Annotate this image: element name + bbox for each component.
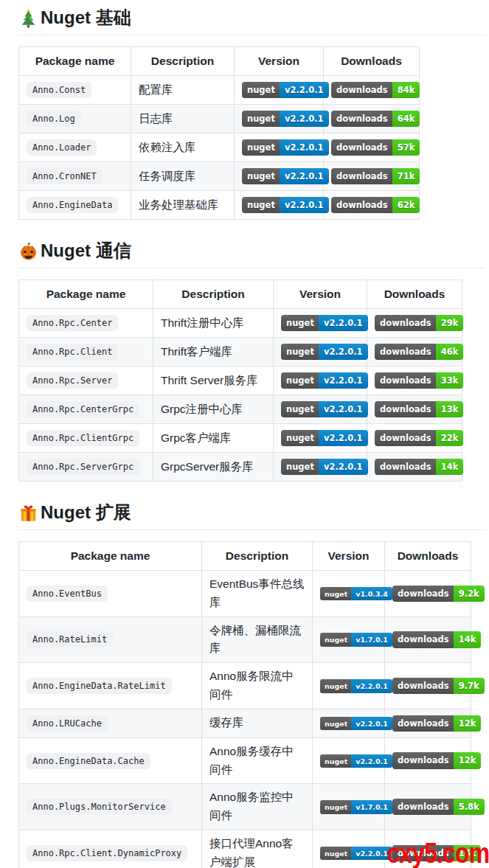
section-nuget-communication: Nuget 通信 Package name Description Versio…: [18, 239, 485, 482]
nuget-version-badge[interactable]: nugetv2.2.0.1: [281, 372, 368, 389]
nuget-version-badge[interactable]: nugetv2.2.0.1: [242, 197, 329, 214]
downloads-badge[interactable]: downloads5.8k: [392, 799, 485, 816]
downloads-badge[interactable]: downloads13k: [375, 401, 463, 418]
package-name-code: Anno.EngineData.RateLimit: [27, 678, 172, 694]
package-description-cell: Grpc注册中心库: [153, 395, 274, 424]
package-name-code: Anno.Rpc.ServerGrpc: [27, 459, 139, 475]
badge-label: nuget: [242, 111, 280, 128]
downloads-badge[interactable]: downloads9.7k: [392, 678, 485, 695]
downloads-badge[interactable]: downloads14k: [392, 631, 481, 648]
downloads-badge[interactable]: downloads14k: [375, 459, 463, 476]
package-description-cell: 业务处理基础库: [131, 191, 235, 220]
nuget-version-badge[interactable]: nugetv1.7.0.1: [320, 800, 392, 814]
column-header-version: Version: [313, 542, 385, 571]
badge-value: 33k: [436, 372, 464, 389]
column-header-downloads: Downloads: [324, 47, 420, 76]
downloads-badge[interactable]: downloads29k: [375, 315, 463, 332]
downloads-cell: downloads9.7k: [385, 663, 471, 709]
downloads-cell: downloads14k: [367, 453, 462, 482]
downloads-badge[interactable]: downloads64k: [331, 111, 420, 128]
package-name-cell: Anno.Log: [19, 105, 131, 133]
nuget-version-badge[interactable]: nugetv2.2.0.1: [242, 168, 329, 185]
package-name-code: Anno.Rpc.Client.DynamicProxy: [27, 845, 187, 861]
nuget-version-badge[interactable]: nugetv2.2.0.1: [242, 111, 329, 128]
nuget-version-badge[interactable]: nugetv2.2.0.1: [242, 82, 329, 99]
badge-value: 12k: [454, 715, 482, 732]
jack-o-lantern-icon: [18, 241, 38, 261]
badge-value: 9.7k: [454, 678, 485, 695]
downloads-badge[interactable]: downloads12k: [392, 752, 481, 769]
package-name-cell: Anno.Rpc.ClientGrpc: [19, 424, 153, 453]
version-cell: nugetv2.2.0.1: [235, 105, 324, 133]
table-row: Anno.Rpc.CenterGrpcGrpc注册中心库nugetv2.2.0.…: [19, 395, 462, 424]
downloads-cell: downloads62k: [324, 191, 420, 220]
nuget-version-badge[interactable]: nugetv2.2.0.1: [242, 139, 329, 156]
section-title-text: Nuget 扩展: [41, 501, 131, 524]
downloads-badge[interactable]: downloads84k: [331, 82, 420, 99]
package-name-code: Anno.EngineData.Cache: [27, 753, 150, 769]
badge-label: downloads: [331, 82, 392, 99]
nuget-version-badge[interactable]: nugetv2.2.0.1: [281, 401, 368, 418]
downloads-badge[interactable]: downloads33k: [375, 372, 463, 389]
christmas-tree-icon: [18, 8, 38, 28]
package-description-cell: 令牌桶、漏桶限流库: [202, 617, 313, 663]
package-name-code: Anno.Rpc.Client: [27, 344, 118, 360]
badge-value: v2.2.0.1: [280, 111, 329, 128]
downloads-cell: downloads29k: [367, 309, 462, 338]
version-cell: nugetv2.2.0.1: [274, 424, 367, 453]
badge-value: v2.2.0.1: [280, 197, 329, 214]
version-cell: nugetv1.0.3.4: [313, 571, 385, 617]
table-row: Anno.Loader依赖注入库nugetv2.2.0.1downloads57…: [19, 133, 420, 162]
downloads-badge[interactable]: downloads62k: [331, 197, 420, 214]
badge-label: downloads: [392, 752, 454, 769]
downloads-badge[interactable]: downloads57k: [331, 139, 420, 156]
downloads-badge[interactable]: downloads9.2k: [392, 586, 485, 603]
table-row: Anno.CronNET任务调度库nugetv2.2.0.1downloads7…: [19, 162, 420, 191]
downloads-cell: downloads71k: [324, 162, 420, 191]
package-name-code: Anno.Log: [27, 111, 81, 127]
package-name-cell: Anno.EngineData.Cache: [19, 737, 202, 784]
badge-value: 9.2k: [454, 586, 485, 603]
badge-value: 84k: [392, 82, 420, 99]
version-cell: nugetv2.2.0.1: [274, 338, 367, 367]
downloads-badge[interactable]: downloads12k: [392, 715, 481, 732]
nuget-version-badge[interactable]: nugetv2.2.0.1: [281, 430, 368, 447]
badge-value: v1.7.0.1: [351, 633, 392, 647]
badge-label: downloads: [392, 586, 454, 603]
site-watermark: cxy5.com: [386, 838, 489, 868]
downloads-badge[interactable]: downloads46k: [375, 344, 463, 361]
badge-label: downloads: [331, 197, 392, 214]
package-description-cell: Anno服务缓存中间件: [202, 737, 313, 784]
downloads-badge[interactable]: downloads71k: [331, 168, 420, 185]
package-description-cell: Thrift Server服务库: [153, 367, 274, 395]
badge-label: downloads: [375, 372, 436, 389]
nuget-version-badge[interactable]: nugetv1.0.3.4: [320, 587, 392, 601]
nuget-version-badge[interactable]: nugetv2.2.0.1: [320, 754, 392, 768]
package-name-cell: Anno.Rpc.Center: [19, 309, 153, 338]
package-name-cell: Anno.Rpc.ServerGrpc: [19, 453, 153, 482]
nuget-version-badge[interactable]: nugetv2.2.0.1: [281, 315, 368, 332]
version-cell: nugetv2.2.0.1: [235, 133, 324, 162]
badge-label: downloads: [392, 678, 454, 695]
nuget-version-badge[interactable]: nugetv2.2.0.1: [281, 344, 368, 361]
downloads-cell: downloads46k: [367, 338, 462, 367]
nuget-version-badge[interactable]: nugetv1.7.0.1: [320, 633, 392, 647]
package-name-code: Anno.CronNET: [27, 168, 103, 184]
package-name-cell: Anno.Rpc.Server: [19, 367, 153, 395]
badge-label: downloads: [392, 715, 454, 732]
badge-label: nuget: [320, 800, 351, 814]
nuget-version-badge[interactable]: nugetv2.2.0.1: [320, 679, 392, 693]
downloads-cell: downloads84k: [324, 76, 420, 105]
nuget-version-badge[interactable]: nugetv2.2.0.1: [320, 847, 392, 861]
nuget-version-badge[interactable]: nugetv2.2.0.1: [281, 459, 368, 476]
badge-value: v2.2.0.1: [351, 754, 392, 768]
badge-label: nuget: [320, 633, 351, 647]
badge-value: 12k: [454, 752, 482, 769]
badge-label: nuget: [320, 754, 351, 768]
package-description-cell: EventBus事件总线库: [202, 571, 313, 617]
nuget-version-badge[interactable]: nugetv2.2.0.1: [320, 717, 392, 731]
downloads-badge[interactable]: downloads22k: [375, 430, 463, 447]
badge-label: downloads: [375, 315, 436, 332]
table-row: Anno.EngineData业务处理基础库nugetv2.2.0.1downl…: [19, 191, 420, 220]
package-name-cell: Anno.EventBus: [19, 571, 202, 617]
